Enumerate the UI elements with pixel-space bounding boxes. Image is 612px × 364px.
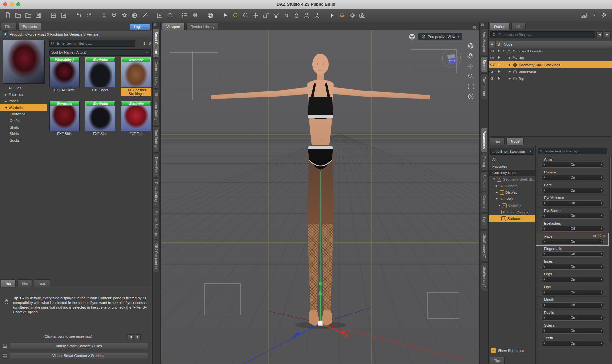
group-display[interactable]: ▶GDisplay xyxy=(489,189,535,196)
gear-icon[interactable] xyxy=(602,234,606,239)
align-tool-icon[interactable] xyxy=(120,11,129,20)
dolly-move-icon[interactable] xyxy=(467,63,475,70)
param-toggle[interactable]: On xyxy=(541,251,604,257)
weight-map-tool-icon[interactable] xyxy=(282,11,291,20)
group-favorites[interactable]: Favorites xyxy=(489,163,535,170)
product-tile[interactable]: Wearable(s) FXF All Outfit xyxy=(49,57,80,92)
selectability-pointer-icon[interactable] xyxy=(496,76,501,81)
scene-node-hip[interactable]: ▶Hip xyxy=(489,54,612,61)
param-toggle[interactable]: On xyxy=(541,200,604,206)
category-shirts[interactable]: Shirts xyxy=(0,124,47,131)
magnet-snap-icon[interactable] xyxy=(110,11,119,20)
selectability-pointer-icon[interactable] xyxy=(496,55,501,61)
tab-tips[interactable]: Tips xyxy=(1,279,16,287)
daz-store-icon[interactable] xyxy=(579,11,588,20)
customize-icon[interactable] xyxy=(600,11,609,20)
help-icon[interactable] xyxy=(589,11,599,20)
param-toggle[interactable]: On xyxy=(541,213,604,219)
expander-icon[interactable]: ▶ xyxy=(508,70,511,73)
tab-ultrascenery2[interactable]: UltraScenery2 xyxy=(481,262,487,291)
tab-smart-content[interactable]: Smart Content xyxy=(153,29,160,57)
video-smart-content-files-button[interactable]: Video: Smart Content > Files xyxy=(10,343,148,349)
show-sub-items-checkbox[interactable]: ✓ xyxy=(491,348,496,353)
param-toggle[interactable]: On xyxy=(541,175,604,180)
redo-icon[interactable] xyxy=(84,11,93,20)
tab-node[interactable]: Node xyxy=(506,137,523,145)
category-footwear[interactable]: Footwear xyxy=(0,111,47,117)
view-orientation-cube[interactable]: Front xyxy=(441,48,462,69)
tab-obj-companion[interactable]: OBJ Companion xyxy=(153,240,160,272)
param-toggle[interactable]: On xyxy=(541,341,604,346)
param-toggle[interactable]: On xyxy=(541,315,604,321)
group-shell[interactable]: ▼GShell xyxy=(489,196,535,202)
visibility-eye-icon[interactable] xyxy=(490,55,495,61)
create-new-node-icon[interactable] xyxy=(99,11,109,20)
expander-icon[interactable]: ▶ xyxy=(495,189,498,196)
camera-selector-dropdown[interactable]: Perspective View ▼ xyxy=(418,33,463,40)
selection-marquee-icon[interactable] xyxy=(165,11,174,20)
content-filter-input[interactable] xyxy=(56,41,134,46)
favorite-heart-icon[interactable] xyxy=(598,234,602,239)
product-tile[interactable]: Wardrobe FXF Boots xyxy=(85,57,115,92)
product-tile[interactable]: Wardrobe FXF Shirt xyxy=(49,101,80,136)
group-geometry-shell[interactable]: ▼GGeometry Shell St... xyxy=(489,176,535,183)
parameters-filter-input[interactable] xyxy=(545,149,606,153)
import-icon[interactable] xyxy=(49,11,58,20)
preferences-icon[interactable] xyxy=(348,11,357,20)
product-tile[interactable]: Wardrobe FXF Skirt xyxy=(85,101,115,136)
tab-render-library[interactable]: Render Library xyxy=(186,23,219,30)
expander-icon[interactable]: ▼ xyxy=(495,196,498,202)
previous-tip-button[interactable]: ◀ xyxy=(128,334,133,340)
aspect-frame-icon[interactable] xyxy=(467,83,475,90)
scrollbar[interactable] xyxy=(609,156,612,343)
group-face-groups[interactable]: GFace Groups xyxy=(489,209,535,215)
tab-tips-bottom[interactable]: Tips xyxy=(490,357,505,364)
param-toggle[interactable]: Off xyxy=(541,226,604,232)
expand-all-button[interactable]: ▶ xyxy=(604,31,611,38)
lighting-sphere-icon[interactable] xyxy=(408,33,416,40)
tab-content-library[interactable]: Content Library xyxy=(153,58,160,89)
open-file-icon[interactable] xyxy=(13,11,23,20)
tab-aux-viewport[interactable]: Aux Viewport xyxy=(481,29,487,55)
tab-scene[interactable]: Scene xyxy=(481,56,487,73)
tab-powerpose[interactable]: PowerPose xyxy=(153,154,160,178)
collapse-all-button[interactable]: ◀ xyxy=(596,31,603,38)
category-skirts[interactable]: Skirts xyxy=(0,131,47,137)
category-poses[interactable]: ▶Poses xyxy=(0,98,47,104)
tab-info[interactable]: Info xyxy=(17,279,32,287)
category-outfits[interactable]: Outfits xyxy=(0,117,47,124)
group-surfaces[interactable]: GSurfaces xyxy=(489,215,535,222)
selectability-pointer-icon[interactable] xyxy=(496,62,501,68)
tab-info[interactable]: Info xyxy=(511,23,526,30)
tab-tool-settings[interactable]: Tool Settings xyxy=(153,126,160,152)
add-plane-icon[interactable] xyxy=(155,11,164,20)
category-wardrobe[interactable]: ▼Wardrobe xyxy=(0,104,47,111)
visibility-eye-icon[interactable] xyxy=(490,69,495,74)
orbit-tool-icon[interactable] xyxy=(241,11,250,20)
param-toggle[interactable]: On xyxy=(541,328,604,334)
tab-lights[interactable]: Lights xyxy=(481,214,487,230)
parameters-scope-dropdown[interactable]: ...try Shell Stockings ▼ xyxy=(490,148,534,155)
tab-environment[interactable]: Environment xyxy=(481,73,487,99)
tab-outline[interactable]: Outline xyxy=(490,23,510,30)
pane-menu-icon[interactable] xyxy=(472,25,478,30)
back-button[interactable]: ◀ xyxy=(2,31,8,37)
param-toggle[interactable]: On xyxy=(542,239,604,245)
group-currently-used[interactable]: Currently Used xyxy=(489,170,535,176)
tab-tags[interactable]: Tags xyxy=(34,279,50,287)
selectability-pointer-icon[interactable] xyxy=(496,49,501,54)
scene-node-genesis[interactable]: ▼Genesis 3 Female xyxy=(489,48,612,54)
tab-posing[interactable]: Posing xyxy=(481,153,487,170)
tab-surfaces[interactable]: Surfaces xyxy=(481,171,487,191)
video-smart-content-products-button[interactable]: Video: Smart Content > Products xyxy=(10,353,148,359)
param-toggle[interactable]: On xyxy=(541,277,604,282)
scene-node-underwear[interactable]: ▶Underwear xyxy=(489,68,612,75)
product-tile[interactable]: Wardrobe FXF Top xyxy=(121,101,151,136)
tab-render-settings[interactable]: Render Settings xyxy=(153,208,160,239)
translate-tool-icon[interactable] xyxy=(251,11,260,20)
list-view-icon[interactable] xyxy=(180,11,190,20)
visibility-eye-icon[interactable] xyxy=(490,62,495,68)
param-toggle[interactable]: On xyxy=(541,188,604,193)
visibility-eye-icon[interactable] xyxy=(490,76,495,81)
rotate-tool-icon[interactable] xyxy=(231,11,240,20)
